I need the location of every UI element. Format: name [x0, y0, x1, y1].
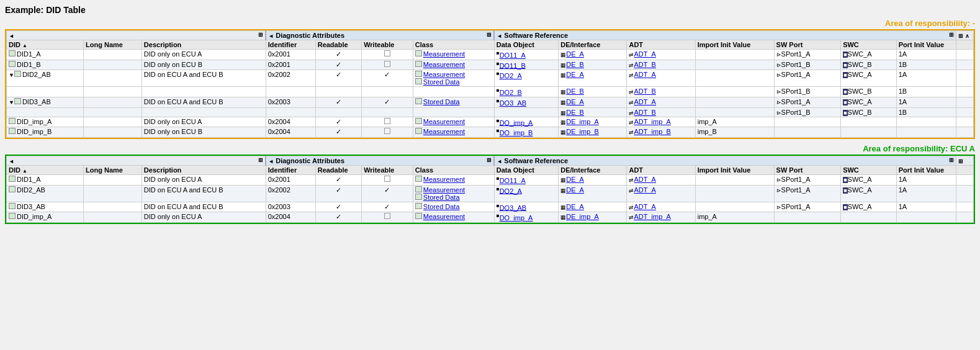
- col-did: DID ▲: [7, 40, 84, 50]
- sw-ref-expand: ◄: [497, 33, 502, 39]
- table2-col-header: DID ▲ Long Name Description Identifier R…: [7, 165, 974, 174]
- col2-readable: Readable: [315, 165, 361, 174]
- filter-icon: ⊞: [258, 32, 263, 38]
- sw-ref-label2: Software Reference: [504, 157, 568, 164]
- class-icon: [415, 98, 422, 104]
- sw-filter-icon2: ⊞: [949, 157, 954, 163]
- class-icon: [415, 50, 422, 56]
- table-row: ▼DID2_AB DID on ECU A and ECU B 0x2002 ✓…: [7, 70, 974, 87]
- diag-attrs-expand2: ◄: [268, 158, 274, 164]
- table2-group-header: ◄ ⊞ ◄ Diagnostic Attributes ⊞ ◄ Software…: [7, 156, 974, 165]
- diag-filter-icon2: ⊞: [487, 157, 492, 163]
- expand-icon2: ◄: [9, 158, 14, 164]
- table-row: DID1_B DID only on ECU B 0x2001 ✓ Measur…: [7, 60, 974, 70]
- expand-marker: ▼: [9, 72, 14, 78]
- did-icon: [9, 118, 16, 124]
- table-row: DID3_AB DID on ECU A and ECU B 0x2003 ✓ …: [7, 202, 974, 212]
- col2-portinit: Port Init Value: [896, 165, 956, 174]
- expand-icon: ◄: [9, 33, 14, 39]
- table-row: DID1_A DID only on ECU A 0x2001 ✓ Measur…: [7, 174, 974, 185]
- col2-dataobj: Data Object: [494, 165, 558, 174]
- col2-swc: SWC: [841, 165, 897, 174]
- did-icon: [9, 203, 16, 209]
- col-writeable: Writeable: [362, 40, 413, 50]
- did-cell: ▼DID3_AB: [7, 97, 84, 107]
- class-icon2: [415, 194, 422, 200]
- did-cell: DID1_A: [7, 174, 84, 185]
- class-icon: [415, 128, 422, 134]
- col2-identifier: Identifier: [266, 165, 315, 174]
- sw-ref-label: Software Reference: [504, 32, 568, 39]
- sw-ref-expand2: ◄: [497, 158, 502, 164]
- did-cell: DID_imp_A: [7, 117, 84, 127]
- table2: ◄ ⊞ ◄ Diagnostic Attributes ⊞ ◄ Software…: [6, 156, 974, 223]
- class-icon: [415, 118, 422, 124]
- col2-swport: SW Port: [774, 165, 841, 174]
- diag-attrs-label2: Diagnostic Attributes: [276, 157, 344, 164]
- did-icon: [9, 61, 16, 67]
- col2-desc: Description: [142, 165, 266, 174]
- col-swc: SWC: [841, 40, 897, 50]
- did-icon: [14, 71, 21, 77]
- sw-filter-icon: ⊞: [949, 32, 954, 38]
- did-icon: [9, 50, 16, 56]
- class-icon: [415, 176, 422, 182]
- table-row: DID_imp_B DID only on ECU B 0x2004 ✓ Mea…: [7, 127, 974, 138]
- table2-container: ◄ ⊞ ◄ Diagnostic Attributes ⊞ ◄ Software…: [5, 155, 975, 224]
- did-icon: [9, 186, 16, 192]
- col2-class: Class: [413, 165, 494, 174]
- section1-label: Area of responsibility: -: [5, 19, 975, 28]
- did-cell: DID2_AB: [7, 185, 84, 202]
- did-icon: [9, 213, 16, 219]
- diag-attrs-expand: ◄: [268, 33, 274, 39]
- col-swport: SW Port: [774, 40, 841, 50]
- did-icon: [9, 176, 16, 182]
- class-icon: [415, 71, 422, 77]
- col2-import: Import Init Value: [695, 165, 774, 174]
- col-identifier: Identifier: [266, 40, 315, 50]
- col-longname: Long Name: [84, 40, 142, 50]
- last-filter-icon: ⊞: [958, 33, 963, 39]
- col-desc: Description: [142, 40, 266, 50]
- did-cell: DID1_A: [7, 50, 84, 60]
- did-icon: [9, 128, 16, 134]
- table-row: ■DO2_B ▦DE_B ⇌ADT_B ⊳SPort1_B ■SWC_B 1B: [7, 87, 974, 97]
- col2-longname: Long Name: [84, 165, 142, 174]
- table1: ◄ ⊞ ◄ Diagnostic Attributes ⊞ ◄ Software…: [6, 30, 974, 138]
- last-filter-icon2: ⊞: [958, 158, 963, 164]
- class-icon: [415, 186, 422, 192]
- col2-writeable: Writeable: [362, 165, 413, 174]
- col-de: DE/Interface: [559, 40, 627, 50]
- col-adt: ADT: [627, 40, 695, 50]
- col2-adt: ADT: [627, 165, 695, 174]
- table1-container: ◄ ⊞ ◄ Diagnostic Attributes ⊞ ◄ Software…: [5, 29, 975, 139]
- col-dataobj: Data Object: [494, 40, 558, 50]
- did-cell: DID1_B: [7, 60, 84, 70]
- diag-filter-icon: ⊞: [487, 32, 492, 38]
- col-import: Import Init Value: [695, 40, 774, 50]
- col-portinit: Port Init Value: [896, 40, 956, 50]
- table-row: DID_imp_A DID only on ECU A 0x2004 ✓ Mea…: [7, 117, 974, 127]
- page-title: Example: DID Table: [5, 5, 975, 15]
- class-icon2: [415, 78, 422, 84]
- class-icon: [415, 213, 422, 219]
- table1-group-header: ◄ ⊞ ◄ Diagnostic Attributes ⊞ ◄ Software…: [7, 31, 974, 40]
- col-class: Class: [413, 40, 494, 50]
- table-row: ▦DE_B ⇌ADT_B ⊳SPort1_B ■SWC_B 1B: [7, 107, 974, 117]
- section2-label: Area of responsibility: ECU A: [5, 144, 975, 153]
- filter-icon2: ⊞: [258, 157, 263, 163]
- table-row: DID_imp_A DID only on ECU A 0x2004 ✓ Mea…: [7, 212, 974, 223]
- did-cell: ▼DID2_AB: [7, 70, 84, 87]
- table-row: DID2_AB DID on ECU A and ECU B 0x2002 ✓ …: [7, 185, 974, 202]
- did-cell: DID_imp_A: [7, 212, 84, 223]
- class-icon: [415, 61, 422, 67]
- did-icon: [14, 98, 21, 104]
- col-readable: Readable: [315, 40, 361, 50]
- did-cell: DID_imp_B: [7, 127, 84, 138]
- class-icon: [415, 203, 422, 209]
- col2-did: DID ▲: [7, 165, 84, 174]
- table1-col-header: DID ▲ Long Name Description Identifier R…: [7, 40, 974, 50]
- expand-marker: ▼: [9, 99, 14, 105]
- col2-de: DE/Interface: [559, 165, 627, 174]
- table-row: ▼DID3_AB DID on ECU A and ECU B 0x2003 ✓…: [7, 97, 974, 107]
